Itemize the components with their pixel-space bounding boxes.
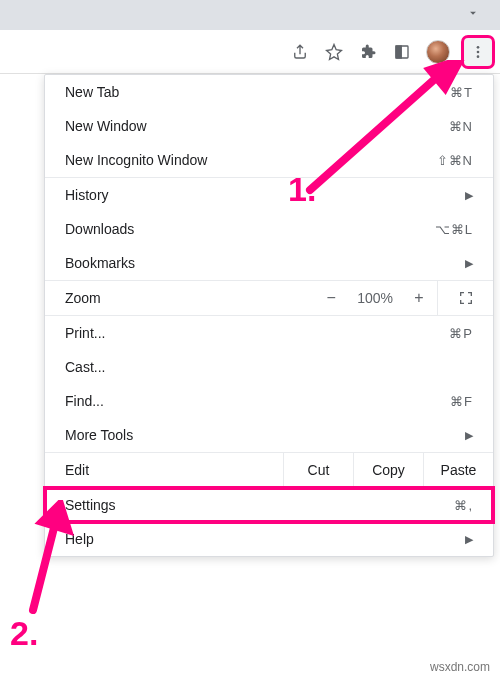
menu-label: New Window bbox=[65, 118, 147, 134]
menu-label: History bbox=[65, 187, 109, 203]
menu-shortcut: ⌘, bbox=[454, 498, 473, 513]
menu-shortcut: ⌘P bbox=[449, 326, 473, 341]
zoom-percent: 100% bbox=[357, 290, 393, 306]
annotation-label-2: 2. bbox=[10, 614, 38, 653]
zoom-out-button[interactable]: − bbox=[321, 289, 341, 307]
menu-label: Print... bbox=[65, 325, 105, 341]
reading-list-icon[interactable] bbox=[392, 42, 412, 62]
menu-label: More Tools bbox=[65, 427, 133, 443]
edit-copy-button[interactable]: Copy bbox=[353, 453, 423, 487]
svg-rect-1 bbox=[396, 46, 401, 58]
annotation-arrow-1 bbox=[290, 60, 470, 210]
svg-marker-8 bbox=[42, 504, 68, 530]
menu-label: Downloads bbox=[65, 221, 134, 237]
annotation-label-1: 1. bbox=[288, 170, 316, 209]
svg-point-4 bbox=[477, 55, 480, 58]
menu-label: New Incognito Window bbox=[65, 152, 207, 168]
edit-cut-button[interactable]: Cut bbox=[283, 453, 353, 487]
tab-strip bbox=[0, 0, 500, 30]
menu-label: Find... bbox=[65, 393, 104, 409]
menu-shortcut: ⌘F bbox=[450, 394, 473, 409]
svg-line-7 bbox=[33, 520, 56, 610]
menu-label: Bookmarks bbox=[65, 255, 135, 271]
menu-shortcut: ⌥⌘L bbox=[435, 222, 473, 237]
fullscreen-button[interactable] bbox=[437, 281, 493, 315]
menu-bookmarks[interactable]: Bookmarks ▶ bbox=[45, 246, 493, 280]
svg-line-5 bbox=[310, 70, 445, 190]
menu-label: Edit bbox=[45, 453, 283, 487]
watermark: wsxdn.com bbox=[430, 660, 490, 674]
menu-help[interactable]: Help ▶ bbox=[45, 522, 493, 556]
share-icon[interactable] bbox=[290, 42, 310, 62]
chevron-right-icon: ▶ bbox=[465, 429, 473, 442]
chevron-right-icon: ▶ bbox=[465, 257, 473, 270]
menu-settings[interactable]: Settings ⌘, bbox=[45, 488, 493, 522]
chevron-down-icon[interactable] bbox=[466, 6, 480, 23]
menu-find[interactable]: Find... ⌘F bbox=[45, 384, 493, 418]
edit-paste-button[interactable]: Paste bbox=[423, 453, 493, 487]
puzzle-icon[interactable] bbox=[358, 42, 378, 62]
annotation-arrow-2 bbox=[18, 500, 78, 620]
menu-downloads[interactable]: Downloads ⌥⌘L bbox=[45, 212, 493, 246]
svg-point-3 bbox=[477, 50, 480, 53]
menu-cast[interactable]: Cast... bbox=[45, 350, 493, 384]
svg-point-2 bbox=[477, 46, 480, 49]
menu-edit: Edit Cut Copy Paste bbox=[45, 452, 493, 488]
menu-label: Zoom bbox=[45, 290, 321, 306]
star-icon[interactable] bbox=[324, 42, 344, 62]
menu-zoom: Zoom − 100% + bbox=[45, 280, 493, 316]
chevron-right-icon: ▶ bbox=[465, 533, 473, 546]
menu-print[interactable]: Print... ⌘P bbox=[45, 316, 493, 350]
menu-more-tools[interactable]: More Tools ▶ bbox=[45, 418, 493, 452]
zoom-in-button[interactable]: + bbox=[409, 289, 429, 307]
menu-label: New Tab bbox=[65, 84, 119, 100]
menu-label: Cast... bbox=[65, 359, 105, 375]
